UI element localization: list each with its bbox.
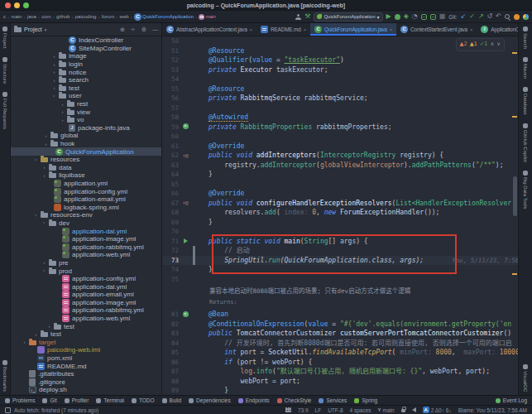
tree-item[interactable]: application-dal.yml <box>11 282 161 291</box>
push-button[interactable]: ↗ <box>478 13 484 20</box>
search-everywhere-icon[interactable] <box>505 14 510 20</box>
tree-item[interactable]: ›rest <box>11 100 161 108</box>
toolwindow-button-checkstyle[interactable]: CheckStyle <box>277 397 312 403</box>
toolwindow-button-terminal[interactable]: Terminal <box>96 397 124 403</box>
status-widget[interactable] <box>412 407 416 412</box>
code-line[interactable]: 71public static void main(String[] args)… <box>162 237 518 247</box>
tree-item[interactable]: SiteMapController <box>11 45 161 53</box>
tree-chevron-icon[interactable]: › <box>52 78 56 83</box>
code-line[interactable]: 68 resolvers.add( index: 0, new ForumExc… <box>162 208 518 218</box>
tree-item[interactable]: deploy.sh <box>11 386 161 394</box>
toolwindow-button-search[interactable]: Search <box>523 26 528 49</box>
toolwindow-button-structure[interactable]: Structure <box>2 57 7 84</box>
stop-button[interactable]: ■ <box>439 13 446 20</box>
toolwindow-button-maven[interactable]: Maven <box>523 57 528 79</box>
prev-problem-icon[interactable]: ∧ <box>490 40 494 50</box>
breadcrumb-item[interactable]: main <box>199 14 216 20</box>
toolwindow-button-problems[interactable]: Problems <box>5 397 35 403</box>
commit-button[interactable]: ✓ <box>469 13 475 20</box>
tree-item[interactable]: ›liquibase <box>11 171 161 180</box>
tree-item[interactable]: IndexController <box>11 36 161 45</box>
tree-item[interactable]: ›login <box>11 60 161 69</box>
tree-chevron-icon[interactable]: › <box>52 62 56 67</box>
debug-button[interactable] <box>395 14 400 20</box>
toolwindow-button-pull-requests[interactable]: Pull Requests <box>2 92 7 129</box>
scrollbar-thumb[interactable] <box>513 176 517 216</box>
tree-chevron-icon[interactable]: › <box>52 94 57 98</box>
status-widget[interactable]: 4 spaces <box>350 407 371 413</box>
user-icon[interactable] <box>295 14 301 20</box>
chevron-down-icon[interactable]: ▾ <box>45 27 47 32</box>
tree-item[interactable]: application-config.yml <box>11 275 161 283</box>
code-line[interactable]: 64} <box>162 170 518 180</box>
code-line[interactable]: 72 // 启动 <box>162 246 518 256</box>
code-line[interactable]: 84 // 开发环境时, 首先判断8080d端口是否可用: 若可用则直接使用, … <box>162 339 518 349</box>
code-line[interactable]: 70 <box>162 227 518 237</box>
status-widget[interactable]: 73:9 <box>298 407 309 413</box>
tree-item[interactable]: ›search <box>11 76 161 84</box>
tree-chevron-icon[interactable]: › <box>42 221 47 225</box>
tree-item[interactable]: ›notice <box>11 68 161 76</box>
run-button[interactable]: ▶ <box>386 13 391 20</box>
tree-item[interactable]: logback-spring.xml <box>11 203 161 211</box>
tree-item[interactable]: ›vo <box>11 116 161 124</box>
tree-item[interactable]: ›user <box>11 92 161 100</box>
tree-item[interactable]: application-email.yml <box>11 195 161 204</box>
code-line[interactable]: 54 <box>162 75 518 84</box>
editor-tab[interactable]: AbstractApplicationContext.java× <box>162 23 256 36</box>
tree-chevron-icon[interactable]: › <box>44 133 48 138</box>
close-tab-icon[interactable]: × <box>390 27 392 32</box>
tree-item[interactable]: application-email.yml <box>11 291 161 299</box>
toolwindow-button-dependencies[interactable]: Dependencies <box>189 397 231 403</box>
breadcrumb-item[interactable]: web <box>120 14 129 19</box>
tree-chevron-icon[interactable]: › <box>42 260 46 265</box>
event-log-button[interactable]: Event Log <box>496 397 527 403</box>
rerun-icon[interactable] <box>421 14 427 20</box>
tree-item[interactable]: ›view <box>11 108 161 116</box>
code-line[interactable]: 81@Bean <box>162 310 518 320</box>
breadcrumb-item[interactable]: c <box>3 14 6 19</box>
rollback-button[interactable]: ↶ <box>496 13 501 20</box>
status-widget[interactable] <box>401 407 405 412</box>
tree-item[interactable]: .gitignore <box>11 378 161 387</box>
editor-scrollbar[interactable] <box>511 36 518 395</box>
tree-item[interactable]: ›resources <box>11 156 161 164</box>
tree-chevron-icon[interactable]: › <box>22 339 26 344</box>
code-line[interactable]: 56private RabbitmqService rabbitmqServic… <box>162 94 518 104</box>
tree-item[interactable]: application-config.yml <box>11 187 161 195</box>
toolwindow-button-bookmarks[interactable]: Bookmarks <box>2 360 7 392</box>
hide-panel-icon[interactable]: — <box>152 26 158 32</box>
status-widget[interactable]: LF <box>315 407 322 413</box>
code-line[interactable]: 83public TomcatConnectorCustomizer custo… <box>162 329 518 339</box>
code-line[interactable]: 89 } <box>162 386 518 395</box>
inspections-widget[interactable]: ▲2▲1✓1∧∨ <box>456 38 505 51</box>
close-tab-icon[interactable]: × <box>304 27 306 32</box>
toolwindow-button-git[interactable]: Git <box>42 397 56 403</box>
breadcrumb-item[interactable]: java <box>27 14 36 19</box>
editor-tab[interactable]: ContextStartedEvent.java× <box>396 23 477 36</box>
tree-item[interactable]: ›test <box>11 330 161 339</box>
plugin-icon[interactable] <box>514 14 520 20</box>
code-line[interactable]: 58@Autowired <box>162 113 518 123</box>
tree-item[interactable]: application.yml <box>11 180 161 188</box>
code-line[interactable]: 55@Resource <box>162 84 518 94</box>
tree-item[interactable]: paicoding-web.iml <box>11 346 161 354</box>
collapse-all-icon[interactable]: ÷ <box>131 26 136 33</box>
tree-item[interactable]: application-image.yml <box>11 235 161 243</box>
tree-chevron-icon[interactable]: › <box>42 173 46 178</box>
code-line[interactable]: 69} <box>162 218 518 228</box>
code-line[interactable]: 87 log.info("默认端口号{}被占用, 随机启用新端口号: {}", … <box>162 367 518 377</box>
overrides-method-icon[interactable]: ↑@ <box>182 200 188 205</box>
tree-chevron-icon[interactable]: › <box>34 213 39 217</box>
status-widget[interactable] <box>285 407 291 412</box>
tree-item[interactable]: .gitattributes <box>11 370 161 378</box>
attach-debugger-icon[interactable] <box>430 14 436 20</box>
tree-item[interactable]: ›target <box>11 339 161 347</box>
editor-tab[interactable]: README.md× <box>256 23 310 36</box>
breadcrumb-item[interactable]: github <box>56 14 69 19</box>
overrides-method-icon[interactable]: ↑@ <box>182 152 188 158</box>
code-line[interactable]: 59private RabbitmqProperties rabbitmqPro… <box>162 123 518 132</box>
code-line[interactable]: 65 <box>162 180 518 190</box>
tree-chevron-icon[interactable]: › <box>42 269 47 273</box>
toolwindow-button-github-copilot[interactable]: GitHub Copilot <box>523 123 528 162</box>
